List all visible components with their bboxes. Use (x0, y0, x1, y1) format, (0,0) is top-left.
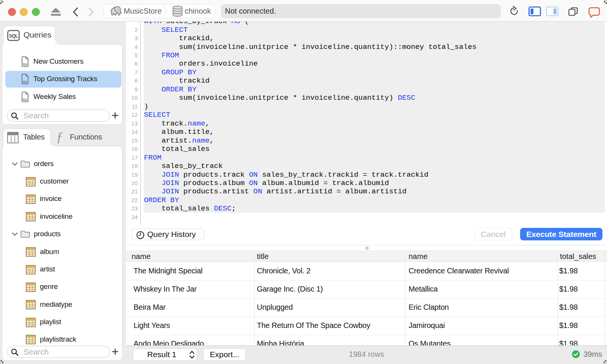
svg-text:SQL: SQL (22, 63, 28, 66)
svg-text:ƒ: ƒ (56, 131, 63, 144)
svg-text:SQL: SQL (9, 33, 18, 39)
svg-text:SQL: SQL (22, 98, 28, 101)
svg-text:SQL: SQL (22, 80, 28, 83)
